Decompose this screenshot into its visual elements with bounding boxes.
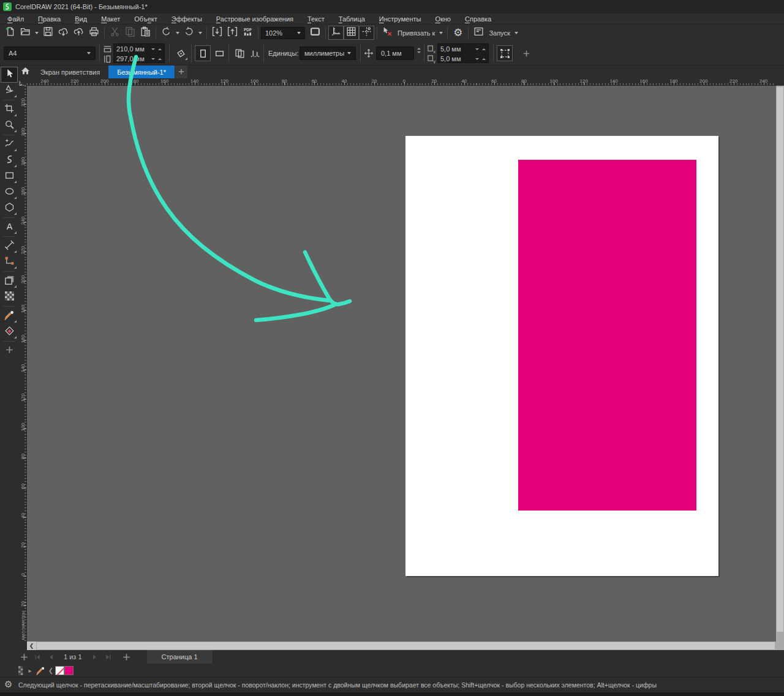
page-height-input[interactable]: 297,0 мм xyxy=(114,54,164,64)
nudge-offset-input[interactable]: 0,1 мм xyxy=(376,47,414,60)
divider xyxy=(3,236,15,237)
page-dimensions-all-button[interactable] xyxy=(247,45,263,61)
publish-pdf-button[interactable]: PDF xyxy=(240,26,255,40)
menu-item-edit[interactable]: Правка xyxy=(33,15,66,23)
full-screen-preview-button[interactable] xyxy=(307,26,323,40)
autofit-page-button[interactable] xyxy=(173,45,189,61)
open-button[interactable] xyxy=(18,26,33,40)
paste-button[interactable] xyxy=(138,26,153,40)
page-height-spinner[interactable] xyxy=(151,58,162,60)
ellipse-tool[interactable] xyxy=(1,184,18,200)
options-button[interactable]: ⚙ xyxy=(450,26,466,40)
snap-to-caret[interactable] xyxy=(437,26,445,40)
eyedropper-tool[interactable] xyxy=(1,308,18,324)
palette-eyedropper-icon[interactable] xyxy=(34,666,47,675)
palette-scroll-left-caret[interactable]: ❮ xyxy=(47,667,55,674)
toggle-grid-button[interactable] xyxy=(344,26,359,40)
vertical-ruler[interactable]: 3203002802602402202001801601401201008060… xyxy=(18,86,27,642)
treat-as-filled-button[interactable] xyxy=(497,45,513,61)
snap-to-dropdown[interactable]: Привязать к xyxy=(398,29,435,37)
pink-rectangle[interactable] xyxy=(518,160,696,511)
zoom-tool[interactable] xyxy=(1,118,18,133)
tab-welcome-screen[interactable]: Экран приветствия xyxy=(32,65,108,78)
redo-history-caret[interactable] xyxy=(197,26,204,40)
connector-tool[interactable] xyxy=(1,254,18,270)
rectangle-tool[interactable] xyxy=(1,168,18,184)
duplicate-distance-x-input[interactable]: 5,0 мм xyxy=(438,44,488,54)
pick-tool[interactable] xyxy=(1,67,18,83)
shape-tool[interactable] xyxy=(1,83,18,99)
launch-button[interactable] xyxy=(471,26,486,40)
swatch-no-color[interactable] xyxy=(55,666,64,675)
new-tab-button[interactable] xyxy=(175,65,187,78)
duplicate-x-spinner[interactable] xyxy=(475,48,486,50)
vertical-scrollbar[interactable] xyxy=(776,86,784,642)
snap-disable-button[interactable] xyxy=(380,26,395,40)
redo-button[interactable] xyxy=(181,26,197,40)
page-width-spinner[interactable] xyxy=(151,48,162,50)
new-document-button[interactable] xyxy=(2,26,18,40)
drawing-canvas[interactable] xyxy=(27,86,776,642)
crop-tool[interactable] xyxy=(1,102,18,118)
status-gear-icon[interactable]: ⚙ xyxy=(4,679,12,689)
page-size-preset-combo[interactable]: A4 xyxy=(4,47,96,60)
save-button[interactable] xyxy=(40,26,56,40)
launch-dropdown[interactable]: Запуск xyxy=(489,29,510,37)
nudge-offset-spinner[interactable] xyxy=(417,48,421,53)
zoom-level-combo[interactable]: 102% xyxy=(261,27,305,39)
menu-item-tools[interactable]: Инструменты xyxy=(374,15,426,23)
current-page-size-button[interactable] xyxy=(232,45,247,61)
interactive-fill-tool[interactable] xyxy=(1,324,18,340)
text-tool[interactable]: A xyxy=(1,219,18,235)
import-button[interactable] xyxy=(209,26,225,40)
duplicate-distance-y-input[interactable]: 5,0 мм xyxy=(438,54,488,64)
transparency-tool[interactable] xyxy=(1,289,18,305)
portrait-orientation-button[interactable] xyxy=(195,45,211,61)
undo-button[interactable] xyxy=(159,26,174,40)
dimension-tool[interactable] xyxy=(1,238,18,254)
vertical-scrollbar-thumb[interactable] xyxy=(777,87,783,632)
print-button[interactable] xyxy=(86,26,102,40)
polygon-tool[interactable] xyxy=(1,200,18,216)
export-button[interactable] xyxy=(225,26,240,40)
menu-item-layout[interactable]: Макет xyxy=(96,15,125,23)
menu-item-window[interactable]: Окно xyxy=(430,15,456,23)
palette-expand-caret[interactable]: ▸ xyxy=(26,667,34,674)
toggle-rulers-button[interactable] xyxy=(328,26,344,40)
page-tab[interactable]: Страница 1 xyxy=(147,650,213,664)
duplicate-y-spinner[interactable] xyxy=(475,58,486,60)
menu-item-view[interactable]: Вид xyxy=(70,15,92,23)
landscape-orientation-button[interactable] xyxy=(211,45,227,61)
ruler-origin-icon[interactable] xyxy=(18,78,27,86)
open-from-cloud-button[interactable] xyxy=(56,26,71,40)
page[interactable] xyxy=(405,136,718,576)
welcome-home-button[interactable] xyxy=(18,65,32,78)
units-combo[interactable]: миллиметры xyxy=(300,47,356,60)
horizontal-scrollbar[interactable]: ❮ xyxy=(27,642,784,650)
menu-item-help[interactable]: Справка xyxy=(460,15,496,23)
artistic-media-tool[interactable] xyxy=(1,152,18,168)
menu-item-file[interactable]: Файл xyxy=(2,15,29,23)
swatch-pink[interactable] xyxy=(64,666,74,675)
freehand-tool[interactable] xyxy=(1,137,18,152)
open-flyout-caret[interactable] xyxy=(33,26,40,40)
add-page-button-start[interactable] xyxy=(17,651,31,663)
save-to-cloud-button[interactable] xyxy=(71,26,86,40)
menu-item-effects[interactable]: Эффекты xyxy=(167,15,207,23)
horizontal-ruler[interactable]: 2402202001801601401201008060402002040608… xyxy=(27,78,776,86)
add-page-button[interactable] xyxy=(120,651,134,663)
menu-item-table[interactable]: Таблица xyxy=(334,15,370,23)
horizontal-scrollbar-thumb[interactable] xyxy=(37,642,775,649)
menu-item-object[interactable]: Объект xyxy=(129,15,162,23)
drop-shadow-tool[interactable] xyxy=(1,273,18,289)
add-tool-button[interactable] xyxy=(1,343,18,359)
menu-item-text[interactable]: Текст xyxy=(303,15,330,23)
menu-item-bitmaps[interactable]: Растровые изображения xyxy=(211,15,298,23)
launch-caret[interactable] xyxy=(513,26,520,40)
page-width-input[interactable]: 210,0 мм xyxy=(114,44,164,54)
tab-document-active[interactable]: Безымянный-1* xyxy=(108,65,175,78)
toggle-guidelines-button[interactable] xyxy=(359,26,374,40)
scroll-left-button[interactable]: ❮ xyxy=(27,642,36,650)
undo-history-caret[interactable] xyxy=(174,26,181,40)
customize-property-bar-button[interactable] xyxy=(518,45,534,61)
